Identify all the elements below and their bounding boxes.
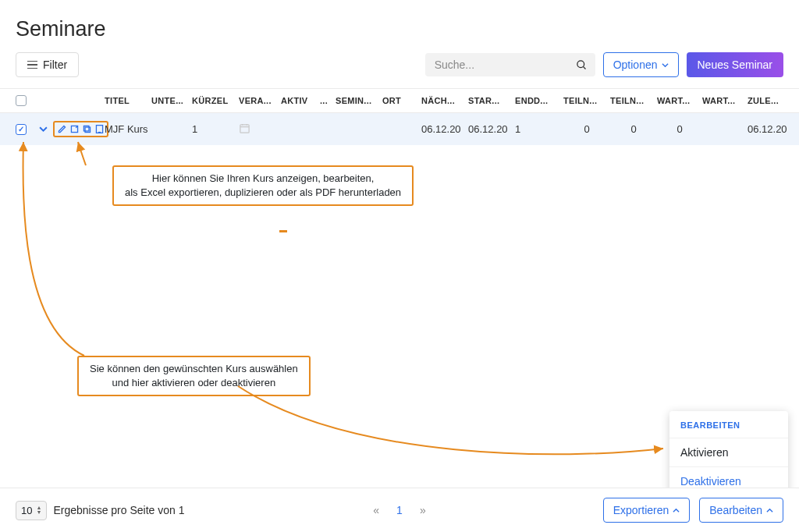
calendar-icon xyxy=(239,122,250,134)
page-next[interactable]: » xyxy=(420,504,426,516)
col-vera[interactable]: VERA... xyxy=(239,96,281,105)
cell-wart1: 0 xyxy=(657,123,702,135)
filter-button[interactable]: Filter xyxy=(16,52,79,77)
col-semin[interactable]: SEMIN... xyxy=(336,96,382,105)
edit-button[interactable]: Bearbeiten xyxy=(699,498,783,523)
options-button[interactable]: Optionen xyxy=(603,52,679,77)
table-header: TITEL UNTE... KÜRZEL VERA... AKTIV ... S… xyxy=(0,88,799,113)
annotation-select: Sie können den gewünschten Kurs auswähle… xyxy=(77,356,311,396)
footer: 10 ▲▼ Ergebnisse pro Seite von 1 « 1 » E… xyxy=(0,488,799,532)
cell-star: 06.12.20 xyxy=(468,123,515,135)
dropdown-activate[interactable]: Aktivieren xyxy=(669,438,788,466)
select-all-checkbox[interactable] xyxy=(16,95,27,106)
svg-point-0 xyxy=(577,60,584,67)
filter-icon xyxy=(27,61,37,69)
col-kuerzel[interactable]: KÜRZEL xyxy=(192,96,239,105)
results-label: Ergebnisse pro Seite von 1 xyxy=(53,504,184,516)
col-naech[interactable]: NÄCH... xyxy=(421,96,468,105)
col-unte[interactable]: UNTE... xyxy=(151,96,192,105)
col-wart1[interactable]: WART... xyxy=(657,96,702,105)
filter-label: Filter xyxy=(43,59,67,71)
cell-teiln1: 0 xyxy=(563,123,610,135)
decoration-dash xyxy=(279,230,287,232)
cell-zule: 06.12.20 xyxy=(748,123,791,135)
page-current[interactable]: 1 xyxy=(396,504,403,516)
pagesize-value: 10 xyxy=(21,505,32,516)
col-star[interactable]: STAR... xyxy=(468,96,515,105)
cell-teiln2: 0 xyxy=(610,123,657,135)
edit-icon[interactable] xyxy=(57,124,67,134)
pdf-icon[interactable] xyxy=(94,124,105,134)
seminar-table: TITEL UNTE... KÜRZEL VERA... AKTIV ... S… xyxy=(0,88,799,145)
annotation-arrow-2 xyxy=(14,139,115,365)
pagination: « 1 » xyxy=(373,504,425,516)
svg-rect-6 xyxy=(240,124,249,132)
cell-endd: 1 xyxy=(515,123,563,135)
export-button[interactable]: Exportieren xyxy=(603,498,691,523)
cell-titel: MJF Kurs xyxy=(105,123,151,135)
col-wart2[interactable]: WART... xyxy=(702,96,748,105)
chevron-down-icon xyxy=(662,62,669,69)
new-seminar-button[interactable]: Neues Seminar xyxy=(687,52,784,77)
search-icon xyxy=(576,59,588,71)
chevron-up-icon xyxy=(766,507,773,514)
page-prev[interactable]: « xyxy=(373,504,379,516)
col-ort[interactable]: ORT xyxy=(382,96,421,105)
search-input[interactable] xyxy=(433,58,576,72)
toolbar: Filter Optionen Neues Seminar xyxy=(0,52,799,88)
search-box[interactable] xyxy=(425,53,595,76)
dropdown-header: BEARBEITEN xyxy=(669,411,788,438)
cell-kuerzel: 1 xyxy=(192,123,239,135)
export-icon[interactable] xyxy=(69,124,80,134)
col-dots[interactable]: ... xyxy=(320,96,336,105)
chevron-up-icon xyxy=(673,507,680,514)
table-row[interactable]: MJF Kurs 1 06.12.20 06.12.20 1 0 0 0 06.… xyxy=(0,113,799,145)
row-checkbox[interactable] xyxy=(16,124,27,135)
col-aktiv[interactable]: AKTIV xyxy=(281,96,320,105)
stepper-icon: ▲▼ xyxy=(36,505,41,515)
duplicate-icon[interactable] xyxy=(82,124,92,134)
col-zule[interactable]: ZULE... xyxy=(748,96,791,105)
export-label: Exportieren xyxy=(613,504,669,516)
expand-row-icon[interactable] xyxy=(39,125,48,133)
annotation-actions: Hier können Sie Ihren Kurs anzeigen, bea… xyxy=(112,165,414,206)
edit-label: Bearbeiten xyxy=(709,504,762,516)
col-titel[interactable]: TITEL xyxy=(105,96,151,105)
col-endd[interactable]: ENDD... xyxy=(515,96,563,105)
edit-dropdown: BEARBEITEN Aktivieren Deaktivieren xyxy=(669,411,788,495)
pagesize-select[interactable]: 10 ▲▼ xyxy=(16,501,47,520)
svg-line-1 xyxy=(583,66,585,69)
cell-naech: 06.12.20 xyxy=(421,123,468,135)
page-title: Seminare xyxy=(0,0,799,41)
col-teiln2[interactable]: TEILN... xyxy=(610,96,657,105)
row-actions xyxy=(53,121,108,137)
col-teiln1[interactable]: TEILN... xyxy=(563,96,610,105)
options-label: Optionen xyxy=(613,59,658,71)
